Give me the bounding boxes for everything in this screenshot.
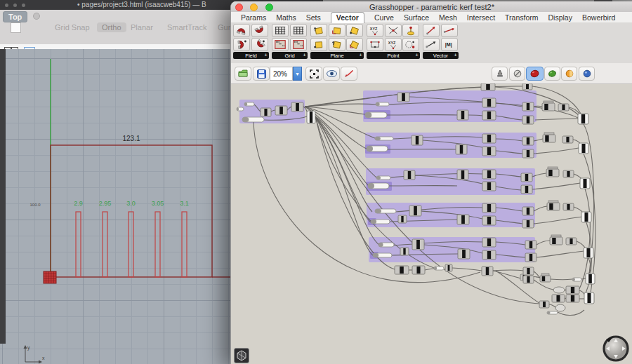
gh-component[interactable]: [558, 104, 569, 111]
node-group[interactable]: [367, 203, 535, 227]
gh-menu-params[interactable]: Params: [241, 13, 266, 22]
gh-component[interactable]: [398, 215, 407, 223]
tab-panel-label-vector[interactable]: Vector+: [423, 52, 459, 59]
shaded-preview-button[interactable]: [526, 67, 544, 81]
plane-align-button[interactable]: [346, 38, 363, 51]
custom-preview-button[interactable]: [544, 67, 560, 81]
gh-slider[interactable]: [375, 209, 396, 213]
gh-component[interactable]: [482, 134, 496, 143]
gh-component[interactable]: [307, 111, 315, 123]
osnap-toggle-planar[interactable]: Planar: [131, 23, 153, 32]
artist-preview-button[interactable]: [561, 67, 577, 81]
no-preview-button[interactable]: [492, 67, 508, 81]
gh-slider[interactable]: [376, 176, 390, 180]
tab-panel-label-plane[interactable]: Plane+: [310, 52, 364, 59]
point-bounds-button[interactable]: [367, 38, 383, 51]
gh-menu-intersect[interactable]: Intersect: [467, 13, 495, 22]
gh-component[interactable]: [525, 253, 536, 262]
gh-component[interactable]: [584, 292, 594, 304]
zoom-dropdown-button[interactable]: ▼: [293, 67, 302, 81]
tab-panel-more-icon[interactable]: +: [454, 52, 457, 58]
gh-component[interactable]: [581, 212, 591, 222]
gh-component[interactable]: [521, 173, 532, 182]
rhino-titlebar[interactable]: [0, 10, 232, 20]
osnap-toggle-grid-snap[interactable]: Grid Snap: [55, 23, 90, 32]
gh-component[interactable]: [400, 248, 409, 255]
node-graph-canvas[interactable]: [231, 83, 632, 364]
tab-panel-more-icon[interactable]: +: [415, 52, 419, 58]
vector-2pt-button[interactable]: [423, 38, 440, 51]
gh-slider[interactable]: [244, 102, 254, 106]
gh-component[interactable]: [412, 266, 425, 274]
gh-component[interactable]: [522, 220, 534, 228]
gh-component[interactable]: [543, 133, 555, 142]
gh-component[interactable]: [482, 147, 496, 156]
gh-component[interactable]: [586, 274, 595, 284]
magnet-charge-button[interactable]: [251, 24, 268, 37]
gh-component[interactable]: [291, 102, 303, 112]
gh-menu-vector[interactable]: Vector: [331, 12, 364, 23]
gh-component[interactable]: [482, 238, 496, 247]
open-file-button[interactable]: [235, 67, 251, 81]
osnap-toggle-ortho[interactable]: Ortho: [97, 22, 126, 32]
gh-component[interactable]: [457, 110, 468, 120]
plane-horizontal-button[interactable]: [329, 38, 345, 51]
gh-component[interactable]: [578, 114, 588, 124]
grasshopper-titlebar[interactable]: Grasshopper - parametric kerf test2*: [231, 1, 632, 13]
gh-slider[interactable]: [376, 102, 389, 106]
grid-rectangular-button[interactable]: [272, 24, 289, 37]
gh-menu-mesh[interactable]: Mesh: [439, 13, 457, 22]
magnet-merge-button[interactable]: [233, 24, 250, 37]
gh-component[interactable]: [563, 170, 574, 177]
gh-component[interactable]: [481, 83, 495, 90]
gh-component[interactable]: [522, 102, 534, 111]
gh-component[interactable]: [261, 108, 271, 116]
preview-toggle-button[interactable]: [323, 67, 340, 81]
gh-slider[interactable]: [371, 220, 390, 224]
osnap-toggle-gumball[interactable]: Gumball: [218, 23, 232, 32]
tab-panel-more-icon[interactable]: +: [359, 52, 362, 58]
gh-component[interactable]: [445, 264, 452, 271]
gh-component[interactable]: [547, 201, 560, 210]
render-preview-button[interactable]: [579, 67, 595, 81]
gh-component[interactable]: [482, 267, 493, 276]
gh-slider[interactable]: [365, 112, 387, 118]
plane-normal-button[interactable]: [346, 24, 363, 37]
gh-component[interactable]: [555, 304, 565, 311]
point-deconstruct-button[interactable]: XYZ: [385, 38, 402, 51]
gh-slider[interactable]: [367, 146, 388, 151]
gh-component[interactable]: [522, 116, 534, 124]
tab-panel-label-field[interactable]: Field+: [233, 52, 269, 59]
gh-slider[interactable]: [572, 278, 581, 281]
gh-menu-curve[interactable]: Curve: [374, 13, 394, 22]
plane-vertical-button[interactable]: [310, 24, 327, 37]
vector-decompose-button[interactable]: [441, 24, 458, 37]
gh-menu-sets[interactable]: Sets: [306, 13, 321, 22]
point-xyz-button[interactable]: XYZ: [367, 24, 383, 37]
gh-component[interactable]: [522, 207, 534, 215]
gh-component[interactable]: [523, 267, 534, 275]
gh-slider[interactable]: [378, 243, 394, 247]
gh-menu-maths[interactable]: Maths: [276, 13, 296, 22]
point-project-button[interactable]: [402, 38, 419, 51]
magnet-break-button[interactable]: [251, 38, 268, 51]
gh-component[interactable]: [458, 249, 470, 259]
gh-slider[interactable]: [373, 253, 392, 257]
gh-component[interactable]: [553, 287, 565, 293]
gh-slider[interactable]: [434, 267, 444, 270]
gh-component[interactable]: [525, 241, 536, 249]
gh-component[interactable]: [397, 93, 409, 102]
canvas-widget-button[interactable]: [234, 348, 249, 363]
gh-component[interactable]: [563, 203, 574, 210]
grid-populate-button[interactable]: [272, 38, 289, 51]
canvas-compass-widget[interactable]: [599, 332, 631, 363]
gh-component[interactable]: [482, 182, 496, 191]
tab-panel-label-point[interactable]: Point+: [367, 52, 420, 59]
gh-component[interactable]: [482, 250, 496, 259]
gh-menu-transform[interactable]: Transform: [505, 13, 538, 22]
gh-component[interactable]: [404, 170, 415, 180]
editor-zoom-icon[interactable]: [22, 4, 25, 7]
gh-component[interactable]: [522, 137, 534, 145]
gh-component[interactable]: [457, 170, 468, 180]
gh-slider[interactable]: [368, 183, 389, 189]
